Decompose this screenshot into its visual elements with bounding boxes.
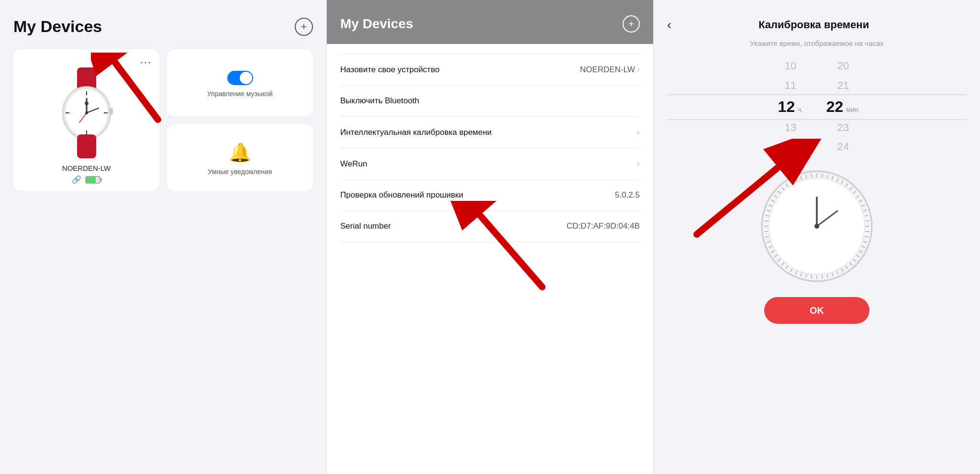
svg-line-41: [846, 266, 848, 269]
svg-line-44: [832, 273, 833, 276]
panel2-add-button[interactable]: +: [623, 15, 640, 33]
svg-line-33: [865, 231, 869, 232]
watch-image: [56, 67, 118, 158]
picker-line-top: [667, 94, 967, 95]
menu-label-werun: WeRun: [340, 159, 367, 169]
menu-label-bluetooth: Выключить Bluetooth: [340, 96, 419, 106]
minute-label: мин.: [846, 106, 860, 113]
svg-line-48: [812, 275, 812, 279]
hour-11: 11: [785, 78, 796, 93]
panel1-header: My Devices +: [13, 17, 313, 36]
svg-line-25: [853, 191, 856, 194]
svg-line-71: [786, 184, 788, 187]
svg-line-64: [765, 215, 769, 216]
notifications-card[interactable]: 🔔 Умные уведомления: [167, 124, 313, 191]
chevron-device-name: ›: [637, 65, 640, 75]
svg-line-65: [767, 210, 770, 211]
device-status: 🔗: [62, 175, 111, 184]
hour-selected-row: 12 ч.: [778, 98, 803, 116]
clock-face: [759, 169, 874, 284]
svg-line-23: [846, 184, 848, 187]
svg-line-66: [769, 205, 772, 206]
menu-value-firmware: 5.0,2.5: [615, 190, 640, 200]
svg-point-12: [85, 111, 88, 114]
svg-line-34: [865, 236, 869, 237]
panel2-title: My Devices: [340, 16, 413, 32]
hour-label: ч.: [798, 106, 803, 113]
min-23: 23: [837, 121, 849, 135]
min-20: 20: [837, 59, 849, 74]
ok-button[interactable]: OK: [764, 297, 869, 324]
svg-line-70: [781, 187, 784, 190]
menu-item-bluetooth[interactable]: Выключить Bluetooth: [340, 86, 640, 117]
svg-line-61: [765, 231, 768, 232]
add-device-button[interactable]: +: [295, 18, 313, 36]
svg-line-37: [859, 251, 862, 253]
panel2-header: My Devices +: [327, 0, 653, 44]
svg-line-67: [771, 200, 775, 202]
settings-menu: Назовите свое устройство NOERDEN-LW › Вы…: [340, 54, 640, 242]
battery-indicator: [85, 176, 100, 184]
svg-line-22: [841, 181, 843, 184]
minutes-column[interactable]: 20 21 22 мин. 23 24: [824, 59, 862, 154]
menu-label-firmware: Проверка обновлений прошивки: [340, 190, 463, 200]
hour-12: 12: [778, 98, 795, 116]
svg-line-19: [827, 175, 828, 179]
chevron-time-calibration: ›: [637, 127, 640, 137]
music-toggle[interactable]: [227, 71, 253, 85]
panel-my-devices: My Devices + ···: [0, 0, 326, 474]
device-cards-grid: ···: [13, 49, 313, 191]
svg-line-73: [795, 178, 797, 182]
hours-column[interactable]: 10 11 12 ч. 13 14: [771, 59, 810, 154]
svg-line-43: [836, 271, 838, 274]
svg-line-52: [791, 269, 792, 272]
svg-line-60: [765, 236, 769, 237]
back-row: ‹ Калибровка времени: [667, 17, 967, 33]
menu-item-device-name[interactable]: Назовите свое устройство NOERDEN-LW ›: [340, 54, 640, 86]
notif-card-label: Умные уведомления: [208, 168, 272, 176]
menu-item-serial[interactable]: Serial number CD:D7:AF:9D:04:4B: [340, 211, 640, 242]
svg-line-75: [806, 175, 807, 179]
menu-label-serial: Serial number: [340, 221, 391, 231]
music-card[interactable]: Управление музыкой: [167, 49, 313, 116]
svg-line-74: [801, 176, 802, 180]
svg-line-31: [865, 221, 869, 221]
svg-point-80: [814, 224, 819, 229]
svg-line-35: [863, 242, 867, 243]
bell-icon: 🔔: [229, 142, 251, 163]
svg-line-39: [853, 259, 856, 261]
hour-13: 13: [785, 121, 796, 135]
calibration-title: Калибровка времени: [674, 19, 953, 31]
chevron-werun: ›: [637, 159, 640, 169]
back-button[interactable]: ‹: [667, 17, 671, 33]
svg-line-42: [841, 269, 843, 272]
svg-line-56: [774, 255, 777, 257]
svg-line-72: [791, 181, 792, 184]
device-name: NOERDEN-LW: [62, 164, 111, 172]
svg-line-46: [822, 275, 823, 279]
min-24: 24: [837, 140, 849, 154]
svg-line-50: [801, 273, 802, 276]
panel1-title: My Devices: [13, 17, 102, 36]
link-icon: 🔗: [72, 175, 81, 184]
svg-line-21: [836, 178, 838, 182]
menu-item-time-calibration[interactable]: Интеллектуальная калибровка времени ›: [340, 117, 640, 148]
svg-line-69: [778, 191, 780, 194]
svg-line-18: [822, 174, 823, 178]
more-options-button[interactable]: ···: [140, 56, 152, 68]
menu-item-firmware[interactable]: Проверка обновлений прошивки 5.0,2.5: [340, 180, 640, 211]
music-card-label: Управление музыкой: [207, 90, 273, 98]
svg-rect-3: [109, 108, 113, 115]
svg-line-59: [767, 242, 770, 243]
svg-line-30: [865, 215, 869, 216]
svg-line-58: [769, 246, 772, 248]
menu-item-werun[interactable]: WeRun ›: [340, 148, 640, 180]
menu-value-serial: CD:D7:AF:9D:04:4B: [567, 221, 640, 231]
svg-line-40: [849, 263, 852, 265]
svg-line-28: [861, 205, 865, 206]
hour-10: 10: [785, 59, 796, 74]
panel-device-settings: My Devices + Назовите свое устройство NO…: [326, 0, 654, 474]
svg-line-27: [859, 200, 862, 202]
device-card-noerden[interactable]: ···: [13, 49, 159, 191]
min-22: 22: [826, 98, 844, 116]
